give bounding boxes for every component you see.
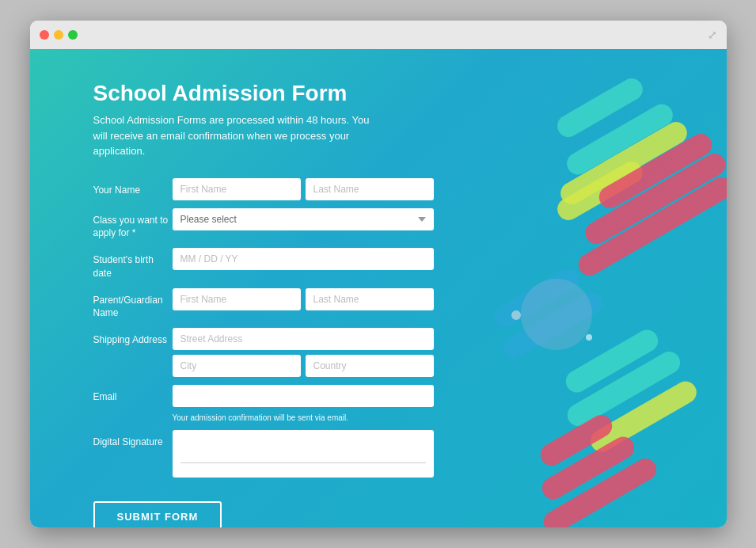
- deco-shape-13: [536, 411, 616, 470]
- class-select[interactable]: Please select Class 1 Class 2 Class 3: [173, 208, 434, 230]
- address-row: Shipping Address: [93, 328, 434, 377]
- guardian-label: Parent/Guardian Name: [93, 288, 173, 321]
- name-field-row: [173, 178, 434, 200]
- last-name-input[interactable]: [306, 178, 434, 200]
- form-description: School Admission Forms are processed wit…: [93, 112, 378, 159]
- address-label: Shipping Address: [93, 328, 173, 347]
- signature-fields: [173, 430, 434, 478]
- street-input[interactable]: [173, 328, 434, 350]
- email-hint: Your admission confirmation will be sent…: [173, 413, 434, 422]
- traffic-lights: [40, 30, 78, 40]
- guardian-last-name-input[interactable]: [306, 288, 434, 310]
- city-input[interactable]: [173, 355, 301, 377]
- your-name-row: Your Name: [93, 178, 434, 200]
- form-title: School Admission Form: [93, 81, 434, 106]
- signature-row: Digital Signature: [93, 430, 434, 478]
- minimize-button[interactable]: [54, 30, 63, 40]
- deco-shape-14: [538, 432, 638, 503]
- deco-shape-15: [539, 455, 660, 527]
- titlebar: ⤢: [30, 21, 727, 49]
- your-name-label: Your Name: [93, 178, 173, 197]
- deco-circle-1: [521, 279, 592, 350]
- guardian-first-name-input[interactable]: [173, 288, 301, 310]
- maximize-button[interactable]: [68, 30, 78, 40]
- country-input[interactable]: [306, 355, 434, 377]
- deco-shape-12: [587, 377, 701, 455]
- window: ⤢ School Admission Form School Admi: [30, 21, 727, 527]
- your-name-fields: [173, 178, 434, 200]
- deco-shape-8: [490, 264, 583, 331]
- deco-shape-3: [557, 118, 691, 208]
- birthdate-input[interactable]: [173, 248, 434, 270]
- form-section: School Admission Form School Admission F…: [93, 81, 434, 496]
- city-country-row: [173, 355, 434, 377]
- guardian-row: Parent/Guardian Name: [93, 288, 434, 321]
- email-row: Email Your admission confirmation will b…: [93, 385, 434, 422]
- email-label: Email: [93, 385, 173, 404]
- email-fields: Your admission confirmation will be sent…: [173, 385, 434, 422]
- class-fields: Please select Class 1 Class 2 Class 3: [173, 208, 434, 230]
- birthdate-label: Student's birth date: [93, 248, 173, 280]
- deco-shape-1: [553, 74, 647, 141]
- submit-button[interactable]: SUBMIT FORM: [93, 501, 222, 527]
- deco-shape-2: [563, 100, 677, 178]
- deco-shape-5: [595, 130, 716, 212]
- class-row: Class you want to apply for * Please sel…: [93, 208, 434, 241]
- deco-shape-4: [553, 158, 647, 224]
- guardian-field-row: [173, 288, 434, 310]
- signature-line: [180, 462, 426, 463]
- birthdate-row: Student's birth date: [93, 248, 434, 280]
- expand-icon: ⤢: [708, 29, 717, 41]
- deco-dot-1: [511, 310, 521, 320]
- birthdate-fields: [173, 248, 434, 270]
- main-content: School Admission Form School Admission F…: [30, 49, 727, 527]
- signature-box[interactable]: [173, 430, 434, 478]
- guardian-fields: [173, 288, 434, 310]
- signature-label: Digital Signature: [93, 430, 173, 449]
- deco-shape-6: [581, 150, 727, 248]
- address-fields: [173, 328, 434, 377]
- class-label: Class you want to apply for *: [93, 208, 173, 241]
- deco-shape-7: [574, 173, 726, 280]
- deco-shape-9: [499, 288, 606, 363]
- first-name-input[interactable]: [173, 178, 301, 200]
- close-button[interactable]: [40, 30, 49, 40]
- deco-shape-11: [563, 348, 684, 430]
- deco-shape-10: [561, 325, 662, 396]
- deco-dot-2: [586, 334, 592, 341]
- email-input[interactable]: [173, 385, 434, 407]
